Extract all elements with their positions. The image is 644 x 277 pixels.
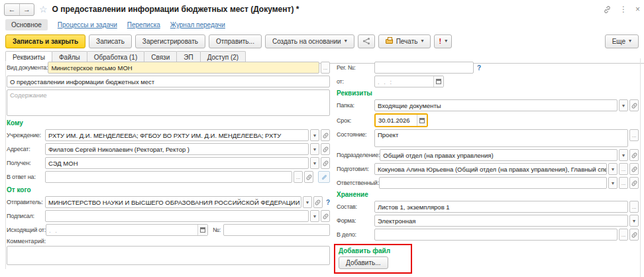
chevron-down-icon: ▾ [622, 152, 625, 158]
folder-label: Папка: [337, 102, 374, 109]
composition-choose-button[interactable]: ... [629, 201, 639, 213]
case-field[interactable] [374, 229, 617, 241]
due-date-calendar-button[interactable] [417, 115, 427, 126]
responsible-field[interactable] [379, 177, 607, 189]
responsible-choose-button[interactable]: ... [619, 177, 628, 189]
prepared-dropdown-button[interactable]: ▾ [608, 163, 617, 175]
save-and-close-button[interactable]: Записать и закрыть [5, 34, 85, 48]
command-bar: Записать и закрыть Записать Зарегистриро… [5, 34, 639, 48]
case-label: В дело: [337, 231, 374, 238]
question-icon[interactable]: ? [326, 199, 330, 206]
create-based-on-button[interactable]: Создать на основании ▾ [265, 34, 354, 48]
forward-button[interactable]: → [19, 4, 34, 15]
department-dropdown-button[interactable]: ▾ [619, 149, 628, 161]
share-button[interactable] [358, 34, 375, 48]
chevron-down-icon: ▾ [313, 146, 316, 152]
send-button[interactable]: Отправить... [209, 34, 262, 48]
received-dropdown-button[interactable]: ▾ [310, 157, 319, 169]
reg-number-field[interactable] [374, 62, 474, 74]
outgoing-date-field[interactable]: . . [46, 224, 208, 236]
sender-field[interactable]: МИНИСТЕРСТВО НАУКИ И ВЫСШЕГО ОБРАЗОВАНИЯ… [45, 196, 301, 208]
nav-tab-processes[interactable]: Процессы и задачи [58, 21, 117, 28]
institution-open-button[interactable] [321, 129, 330, 141]
favorite-star-icon[interactable]: ☆ [39, 5, 48, 14]
in-reply-open-button[interactable] [304, 171, 313, 183]
sender-open-button[interactable] [313, 196, 323, 208]
content-textarea[interactable]: Содержание [7, 89, 330, 116]
chevron-down-icon: ▾ [306, 199, 309, 205]
state-field[interactable]: Проект [374, 129, 628, 147]
nav-tab-journal[interactable]: Журнал передачи [170, 21, 225, 28]
save-button[interactable]: Записать [89, 34, 132, 48]
institution-dropdown-button[interactable]: ▾ [310, 129, 319, 141]
register-button[interactable]: Зарегистрировать [135, 34, 205, 48]
section-from: От кого [7, 186, 330, 194]
responsible-open-button[interactable] [629, 177, 639, 189]
signed-field[interactable] [45, 210, 309, 222]
ellipsis-icon: ... [632, 133, 637, 138]
importance-button[interactable]: ! ▾ [434, 34, 452, 48]
prepared-choose-button[interactable]: ... [619, 163, 628, 175]
print-button[interactable]: Печать ▾ [378, 34, 431, 48]
prepared-open-button[interactable] [629, 163, 639, 175]
form-right-edge [640, 58, 641, 277]
form-field[interactable]: Электронная [374, 215, 628, 227]
comment-textarea[interactable] [7, 246, 330, 265]
more-menu-icon[interactable]: ⋮ [619, 5, 627, 14]
in-reply-choose-button[interactable]: ... [294, 171, 303, 183]
case-open-button[interactable] [629, 229, 639, 241]
in-reply-field[interactable] [45, 171, 292, 183]
prepared-field[interactable]: Кокунова Алина Юрьевна (Общий отдел (на … [374, 163, 607, 175]
outgoing-calendar-button[interactable] [197, 225, 207, 235]
received-field[interactable]: СЭД МОН [45, 157, 309, 169]
doc-type-field[interactable]: Министерское письмо МОН [48, 62, 319, 74]
addressee-label: Адресат: [7, 146, 45, 152]
form-dropdown-button[interactable]: ▾ [629, 215, 639, 227]
add-file-button[interactable]: Добавить... [339, 256, 388, 269]
institution-label: Учреждение: [7, 132, 45, 138]
outgoing-label: Исходящий от: [7, 227, 46, 233]
add-file-highlight-box: Добавить файл Добавить... [334, 244, 412, 274]
addressee-open-button[interactable] [321, 143, 330, 155]
state-choose-button[interactable]: ... [629, 129, 639, 141]
back-button[interactable]: ← [5, 4, 19, 15]
more-button[interactable]: Еще ▾ [605, 34, 639, 48]
sender-dropdown-button[interactable]: ▾ [303, 196, 312, 208]
fill-from-reply-button[interactable] [318, 171, 330, 183]
open-link-icon [322, 146, 329, 152]
due-date-field[interactable]: 30.01.2026 [374, 113, 428, 127]
subject-field[interactable]: О предоставлении информации бюджетных ме… [7, 76, 330, 87]
section-requisites: Реквизиты [337, 89, 639, 97]
reg-date-calendar-button[interactable] [433, 76, 443, 87]
close-icon[interactable]: × [635, 5, 640, 14]
question-icon[interactable]: ? [477, 64, 481, 72]
signed-open-button[interactable] [321, 210, 330, 222]
section-storage: Хранение [337, 191, 639, 198]
folder-dropdown-button[interactable]: ▾ [619, 99, 628, 111]
nav-tab-correspondence[interactable]: Переписка [127, 21, 160, 28]
state-row: Состояние: Проект ... [337, 129, 639, 147]
institution-field[interactable]: РХТУ ИМ. Д.И. МЕНДЕЛЕЕВА; ФГБОУ ВО РХТУ … [45, 129, 309, 141]
ellipsis-icon: ... [621, 166, 626, 172]
exclamation-icon: ! [439, 37, 441, 45]
department-field[interactable]: Общий отдел (на правах управления) [380, 149, 617, 161]
doc-type-choose-button[interactable]: ... [321, 62, 330, 74]
folder-field[interactable]: Входящие документы [374, 99, 617, 111]
department-open-button[interactable] [629, 149, 639, 161]
composition-field[interactable]: Листов 1, экземпляров 1 [374, 201, 628, 213]
folder-open-button[interactable] [629, 99, 639, 111]
reg-date-field[interactable]: . . : [374, 76, 444, 87]
received-open-button[interactable] [321, 157, 330, 169]
chevron-down-icon: ▾ [313, 133, 316, 138]
outgoing-number-field[interactable] [223, 224, 330, 236]
signed-dropdown-button[interactable]: ▾ [310, 210, 319, 222]
nav-tab-main[interactable]: Основное [5, 19, 48, 30]
case-choose-button[interactable]: ... [619, 229, 628, 241]
addressee-field[interactable]: Филатов Сергей Николаевич (Ректорат, Рек… [45, 143, 309, 155]
printer-icon [386, 39, 393, 44]
chevron-down-icon: ▾ [612, 166, 614, 172]
addressee-dropdown-button[interactable]: ▾ [310, 143, 319, 155]
responsible-dropdown-button[interactable]: ▾ [608, 177, 617, 189]
link-icon[interactable] [603, 5, 612, 14]
chevron-down-icon: ▾ [445, 38, 447, 44]
